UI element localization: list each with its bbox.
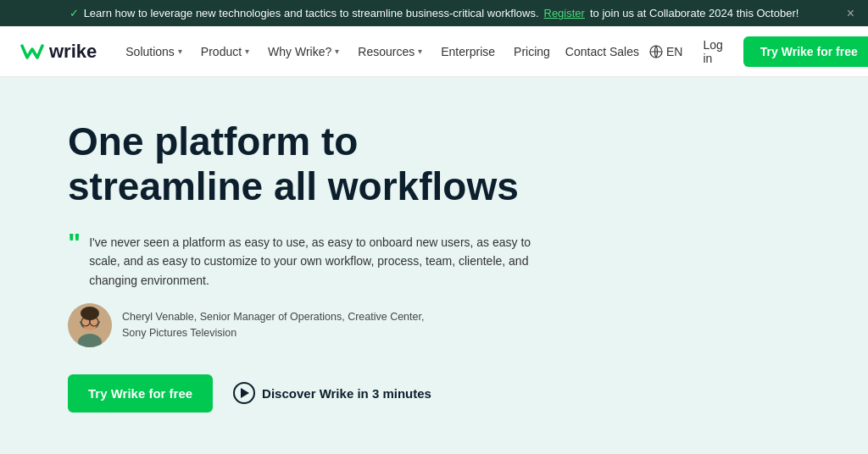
nav-pricing[interactable]: Pricing xyxy=(505,38,559,65)
nav-why-wrike[interactable]: Why Wrike? ▾ xyxy=(259,38,348,65)
trusted-section: TRUSTED BY 20,000+ ORGANIZATIONS WORLDWI… xyxy=(0,438,868,454)
nav-product-label: Product xyxy=(201,45,242,58)
hero-title: One platform to streamline all workflows xyxy=(68,119,542,209)
nav-resources-label: Resources xyxy=(358,45,415,58)
login-button[interactable]: Log in xyxy=(693,31,732,72)
quote-icon: " xyxy=(68,230,81,290)
contact-sales-link[interactable]: Contact Sales xyxy=(565,45,639,58)
quote-text: I've never seen a platform as easy to us… xyxy=(89,233,542,290)
banner-suffix: to join us at Collaborate 2024 this Octo… xyxy=(590,7,798,19)
play-triangle xyxy=(241,388,249,398)
language-selector[interactable]: EN xyxy=(649,45,682,58)
checkmark-icon: ✓ xyxy=(70,7,79,19)
nav-items: Solutions ▾ Product ▾ Why Wrike? ▾ Resou… xyxy=(117,38,559,65)
hero-actions: Try Wrike for free Discover Wrike in 3 m… xyxy=(68,374,542,412)
author-name: Cheryl Venable, Senior Manager of Operat… xyxy=(122,309,424,325)
nav-product[interactable]: Product ▾ xyxy=(192,38,258,65)
testimonial-block: " I've never seen a platform as easy to … xyxy=(68,233,542,347)
play-icon xyxy=(233,382,255,404)
discover-label: Discover Wrike in 3 minutes xyxy=(262,386,431,401)
nav-solutions[interactable]: Solutions ▾ xyxy=(117,38,191,65)
author-info: Cheryl Venable, Senior Manager of Operat… xyxy=(122,309,424,341)
hero-cta-button[interactable]: Try Wrike for free xyxy=(68,374,213,412)
logo-text: wrike xyxy=(49,41,97,63)
nav-enterprise-label: Enterprise xyxy=(441,45,495,58)
announcement-banner: ✓ Learn how to leverage new technologies… xyxy=(0,0,868,26)
wrike-logo-icon xyxy=(20,42,44,61)
globe-icon xyxy=(649,45,663,58)
lang-label: EN xyxy=(666,45,682,58)
nav-right: Contact Sales EN Log in Try Wrike for fr… xyxy=(565,31,868,72)
navbar-cta-button[interactable]: Try Wrike for free xyxy=(743,36,868,67)
nav-enterprise[interactable]: Enterprise xyxy=(432,38,504,65)
banner-close-button[interactable]: × xyxy=(847,6,854,21)
discover-video-link[interactable]: Discover Wrike in 3 minutes xyxy=(233,382,431,404)
avatar xyxy=(68,303,112,347)
logo-link[interactable]: wrike xyxy=(20,41,97,63)
testimonial-author: Cheryl Venable, Senior Manager of Operat… xyxy=(68,303,542,347)
chevron-down-icon: ▾ xyxy=(335,47,339,56)
avatar-image xyxy=(68,303,112,347)
hero-section: One platform to streamline all workflows… xyxy=(0,77,868,438)
nav-solutions-label: Solutions xyxy=(125,45,175,58)
chevron-down-icon: ▾ xyxy=(245,47,249,56)
chevron-down-icon: ▾ xyxy=(418,47,422,56)
banner-register-link[interactable]: Register xyxy=(544,7,585,19)
banner-text: Learn how to leverage new technologies a… xyxy=(84,7,539,19)
nav-pricing-label: Pricing xyxy=(514,45,550,58)
svg-point-10 xyxy=(81,307,99,320)
nav-resources[interactable]: Resources ▾ xyxy=(349,38,431,65)
author-company: Sony Pictures Television xyxy=(122,325,424,341)
nav-why-wrike-label: Why Wrike? xyxy=(268,45,331,58)
main-navbar: wrike Solutions ▾ Product ▾ Why Wrike? ▾… xyxy=(0,26,868,77)
chevron-down-icon: ▾ xyxy=(178,47,182,56)
